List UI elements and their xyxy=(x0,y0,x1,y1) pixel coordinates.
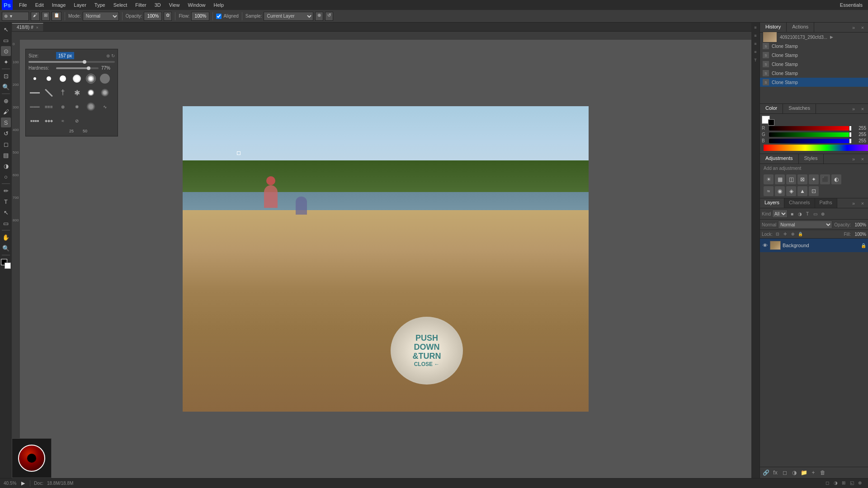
mode-select[interactable]: Normal xyxy=(83,12,119,21)
pen-tool[interactable]: ✏ xyxy=(1,186,11,196)
history-item-photo[interactable]: 4092100173_290cfd3... ▶ xyxy=(760,33,868,42)
crop-tool[interactable]: ⊡ xyxy=(1,71,11,81)
shape-tool[interactable]: ▭ xyxy=(1,218,11,228)
adj-exposure[interactable]: ⊠ xyxy=(797,174,807,184)
canvas-container[interactable]: 0 100 200 300 400 500 600 700 800 900 10… xyxy=(12,32,751,478)
healing-brush-tool[interactable]: ⊕ xyxy=(1,96,11,106)
adj-posterize[interactable]: ⊡ xyxy=(809,186,819,196)
adj-invert[interactable]: ▲ xyxy=(797,186,807,196)
menu-layer[interactable]: Layer xyxy=(70,1,90,9)
brush-preset-13[interactable]: ═══ xyxy=(28,100,41,113)
doc-tab-close[interactable]: × xyxy=(36,25,38,30)
history-expand-btn[interactable]: » xyxy=(850,24,857,31)
quick-select-tool[interactable]: ✦ xyxy=(1,57,11,67)
menu-filter[interactable]: Filter xyxy=(132,1,150,9)
menu-help[interactable]: Help xyxy=(210,1,228,9)
lock-all[interactable]: 🔒 xyxy=(797,231,804,237)
opacity-airbrush[interactable]: ✿ xyxy=(164,12,172,21)
brush-preset-5[interactable] xyxy=(85,72,97,85)
hardness-slider[interactable] xyxy=(56,67,99,69)
r-slider[interactable] xyxy=(769,126,852,131)
tab-actions[interactable]: Actions xyxy=(787,23,814,32)
tab-channels[interactable]: Channels xyxy=(784,198,815,208)
size-input[interactable] xyxy=(56,52,74,59)
lock-artboard[interactable]: ⊗ xyxy=(790,231,796,237)
essentials-button[interactable]: Essentials xyxy=(836,1,866,9)
flow-input[interactable] xyxy=(191,12,209,21)
brush-preset-2[interactable] xyxy=(42,72,55,85)
eraser-tool[interactable]: ◻ xyxy=(1,139,11,149)
brush-preset-15[interactable]: ⊗ xyxy=(57,100,69,113)
layer-fx-btn[interactable]: fx xyxy=(771,469,779,477)
adj-color-balance[interactable]: ◐ xyxy=(831,174,841,184)
blend-mode-select[interactable]: Normal xyxy=(778,221,832,229)
size-option-btn[interactable]: ⊕ xyxy=(106,53,110,58)
layer-filter-type[interactable]: T xyxy=(804,211,811,217)
ignore-adj-btn[interactable]: ⊕ xyxy=(315,12,323,21)
menu-file[interactable]: File xyxy=(15,1,31,9)
menu-type[interactable]: Type xyxy=(91,1,109,9)
brush-preset-22[interactable]: ⊘ xyxy=(71,114,83,127)
tab-color[interactable]: Color xyxy=(760,104,783,113)
layer-group-btn[interactable]: 📁 xyxy=(800,469,808,477)
layer-link-btn[interactable]: 🔗 xyxy=(762,469,770,477)
menu-window[interactable]: Window xyxy=(184,1,209,9)
brush-preset-18[interactable]: ∿ xyxy=(99,100,111,113)
lock-pixels[interactable]: ⊡ xyxy=(774,231,781,237)
brush-preset-9[interactable]: † xyxy=(57,86,69,99)
layer-filter-smart[interactable]: ⊕ xyxy=(820,211,826,217)
size-slider[interactable] xyxy=(28,61,115,63)
status-icon-2[interactable]: ◑ xyxy=(834,480,840,487)
layer-filter-adjust[interactable]: ◑ xyxy=(797,211,803,217)
status-arrow[interactable]: ▶ xyxy=(20,480,26,487)
layers-close-btn[interactable]: × xyxy=(859,200,866,207)
brush-preset-14[interactable]: ≡≡≡ xyxy=(42,100,55,113)
brush-preset-8[interactable] xyxy=(42,86,55,99)
layer-mask-btn[interactable]: ◻ xyxy=(781,469,789,477)
adj-hue-sat[interactable]: ⬛ xyxy=(820,174,830,184)
layer-delete-btn[interactable]: 🗑 xyxy=(819,469,827,477)
hand-tool[interactable]: ✋ xyxy=(1,232,11,242)
layer-new-btn[interactable]: + xyxy=(809,469,817,477)
status-icon-4[interactable]: ◱ xyxy=(850,480,856,487)
history-close-btn[interactable]: × xyxy=(859,24,866,31)
history-item-3[interactable]: S Clone Stamp xyxy=(760,60,868,69)
adj-black-white[interactable]: ≈ xyxy=(764,186,774,196)
spectrum-bar[interactable] xyxy=(764,145,868,151)
clone-stamp-tool[interactable]: S xyxy=(1,117,11,127)
tab-paths[interactable]: Paths xyxy=(815,198,837,208)
tab-styles[interactable]: Styles xyxy=(799,154,824,164)
layer-filter-shape[interactable]: ▭ xyxy=(812,211,818,217)
expand-icon-5[interactable]: T xyxy=(752,57,759,63)
layer-item-background[interactable]: 👁 Background 🔒 xyxy=(760,239,868,252)
aligned-checkbox[interactable] xyxy=(216,14,222,19)
brush-preset-7[interactable] xyxy=(28,86,41,99)
status-icon-5[interactable]: ⊕ xyxy=(858,480,864,487)
adj-levels[interactable]: ▦ xyxy=(775,174,785,184)
expand-icon-3[interactable]: ≡ xyxy=(752,41,759,47)
adj-brightness[interactable]: ☀ xyxy=(764,174,774,184)
brush-preset-17[interactable] xyxy=(85,100,97,113)
adj-close-btn[interactable]: × xyxy=(859,155,866,163)
opt-btn2[interactable]: 📋 xyxy=(52,12,61,21)
b-slider[interactable] xyxy=(769,139,852,143)
brush-preset-10[interactable]: ✱ xyxy=(71,86,83,99)
menu-3d[interactable]: 3D xyxy=(151,1,165,9)
brush-tool[interactable]: 🖌 xyxy=(1,107,11,117)
expand-icon-1[interactable]: ≡ xyxy=(752,24,759,31)
tool-preset-picker[interactable]: ⊕ ▼ xyxy=(2,12,29,21)
color-expand-btn[interactable]: » xyxy=(850,105,857,113)
adj-expand-btn[interactable]: » xyxy=(850,155,857,163)
lasso-tool[interactable]: ⊙ xyxy=(1,46,11,56)
photo-canvas[interactable]: PUSH DOWN &TURN CLOSE ← xyxy=(183,106,589,412)
brush-preset-1[interactable] xyxy=(28,72,41,85)
brush-preset-16[interactable]: ❋ xyxy=(71,100,83,113)
lock-position[interactable]: ✛ xyxy=(782,231,788,237)
blur-tool[interactable]: ◑ xyxy=(1,161,11,171)
g-slider[interactable] xyxy=(769,132,852,137)
refresh-btn[interactable]: ↺ xyxy=(325,12,333,21)
status-icon-1[interactable]: ◻ xyxy=(826,480,832,487)
zoom-tool[interactable]: 🔍 xyxy=(1,243,11,253)
history-arrow[interactable]: ▶ xyxy=(830,35,833,39)
status-icon-3[interactable]: ⊞ xyxy=(842,480,848,487)
